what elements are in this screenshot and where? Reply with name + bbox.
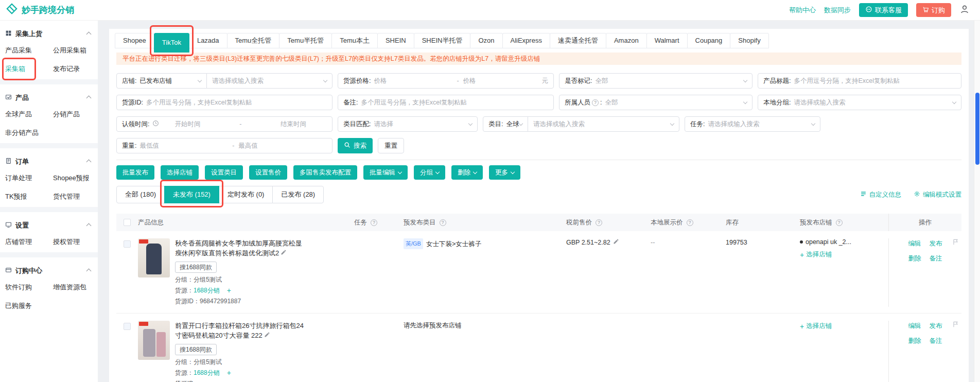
sidebar-section-collect[interactable]: 采集上货 xyxy=(0,27,98,41)
weight-max-input[interactable] xyxy=(238,142,327,149)
product-image[interactable] xyxy=(138,238,170,277)
weight-range[interactable]: 重量: - xyxy=(116,138,332,153)
group-button[interactable]: 分组 xyxy=(414,165,445,180)
publish-link[interactable]: 发布 xyxy=(930,239,942,248)
sidebar-item-product-collect[interactable]: 产品采集 xyxy=(5,41,53,60)
sidebar-item-freight-management[interactable]: 货代管理 xyxy=(53,187,98,206)
tab-temu-semi[interactable]: Temu半托管 xyxy=(279,33,332,48)
tab-shopify[interactable]: Shopify xyxy=(730,33,768,48)
local-group-select[interactable]: 本地分组: 请选择或输入搜索 xyxy=(758,95,961,110)
select-all-checkbox[interactable] xyxy=(124,219,131,226)
flag-icon[interactable] xyxy=(952,238,959,247)
delete-link[interactable]: 删除 xyxy=(908,254,921,263)
sidebar-section-settings[interactable]: 设置 xyxy=(0,218,98,233)
source-price-max-input[interactable] xyxy=(463,77,542,84)
sidebar-item-global-products[interactable]: 全球产品 xyxy=(5,105,53,124)
tab-ozon[interactable]: Ozon xyxy=(470,33,502,48)
question-icon[interactable]: ? xyxy=(836,219,843,226)
sidebar-item-collect-box[interactable]: 采集箱 xyxy=(5,60,53,78)
tab-walmart[interactable]: Walmart xyxy=(646,33,688,48)
sidebar-item-value-added-pack[interactable]: 增值资源包 xyxy=(53,278,98,297)
tab-smt-full[interactable]: 速卖通全托管 xyxy=(550,33,606,48)
tab-coupang[interactable]: Coupang xyxy=(687,33,731,48)
product-image[interactable] xyxy=(138,321,170,360)
set-price-button[interactable]: 设置售价 xyxy=(249,165,287,180)
question-icon[interactable]: ? xyxy=(596,219,602,226)
multi-country-config-button[interactable]: 多国售卖发布配置 xyxy=(293,165,357,180)
sidebar-item-publish-record[interactable]: 发布记录 xyxy=(53,60,98,78)
publish-link[interactable]: 发布 xyxy=(930,322,942,331)
search-1688-same-button[interactable]: 搜1688同款 xyxy=(175,262,217,273)
select-store-link[interactable]: +选择店铺 xyxy=(800,250,888,259)
edit-link[interactable]: 编辑 xyxy=(908,322,921,331)
edit-mode-settings-link[interactable]: 编辑模式设置 xyxy=(914,190,961,199)
flag-icon[interactable] xyxy=(952,321,959,329)
scrollbar[interactable] xyxy=(974,21,980,382)
tab-lazada[interactable]: Lazada xyxy=(189,33,227,48)
source-price-min-input[interactable] xyxy=(374,77,452,84)
select-store-link[interactable]: +选择店铺 xyxy=(800,322,888,331)
batch-edit-button[interactable]: 批量编辑 xyxy=(363,165,408,180)
sidebar-section-purchase-center[interactable]: 订购中心 xyxy=(0,264,98,278)
more-button[interactable]: 更多 xyxy=(489,165,520,180)
tab-aliexpress[interactable]: AliExpress xyxy=(502,33,550,48)
question-icon[interactable]: ? xyxy=(592,99,599,106)
reset-button[interactable]: 重置 xyxy=(378,138,404,153)
source-id-filter[interactable]: 货源ID: xyxy=(116,95,332,110)
mark-select[interactable]: 是否标记: 全部 xyxy=(559,73,752,89)
delete-button[interactable]: 删除 xyxy=(451,165,483,180)
batch-publish-button[interactable]: 批量发布 xyxy=(116,165,154,180)
status-tab-unpublished[interactable]: 未发布 (152) xyxy=(164,186,219,203)
sidebar-item-purchased-services[interactable]: 已购服务 xyxy=(5,297,53,315)
sidebar-item-authorization-management[interactable]: 授权管理 xyxy=(53,233,98,251)
edit-title-icon[interactable] xyxy=(281,249,287,257)
source-price-range[interactable]: 货源价格: - 元 xyxy=(338,73,554,89)
status-tab-published[interactable]: 已发布 (28) xyxy=(272,186,324,203)
tab-tiktok[interactable]: TikTok xyxy=(154,33,189,53)
choose-store-button[interactable]: 选择店铺 xyxy=(161,165,199,180)
user-avatar-icon[interactable] xyxy=(959,4,970,16)
contact-support-button[interactable]: 联系客服 xyxy=(859,3,908,17)
claim-time-range[interactable]: 认领时间: 开始时间 - 结束时间 xyxy=(116,116,332,132)
tab-shopee[interactable]: Shopee xyxy=(115,33,154,48)
category-match-select[interactable]: 类目匹配: 请选择 xyxy=(338,116,478,132)
tab-shein-semi[interactable]: SHEIN半托管 xyxy=(414,33,471,48)
sidebar-section-product[interactable]: 产品 xyxy=(0,91,98,105)
plus-icon[interactable]: + xyxy=(227,285,231,296)
status-tab-all[interactable]: 全部 (180) xyxy=(116,186,165,203)
product-title-filter[interactable]: 产品标题: xyxy=(758,73,961,89)
source-link[interactable]: 1688分销 xyxy=(194,285,220,296)
task-select[interactable]: 任务: 请选择或输入搜索 xyxy=(685,116,820,132)
remark-input[interactable] xyxy=(361,99,548,106)
source-link[interactable]: 1688分销 xyxy=(194,368,220,378)
question-icon[interactable]: ? xyxy=(440,219,446,226)
search-1688-same-button[interactable]: 搜1688同款 xyxy=(175,344,217,355)
custom-info-link[interactable]: 自定义信息 xyxy=(860,190,902,199)
order-button[interactable]: 订购 xyxy=(916,3,951,17)
tab-shein[interactable]: SHEIN xyxy=(377,33,414,48)
tab-amazon[interactable]: Amazon xyxy=(606,33,647,48)
shop-select[interactable]: 店铺: 已发布店铺 xyxy=(116,73,207,89)
sidebar-item-distribution-products[interactable]: 分销产品 xyxy=(53,105,98,124)
sidebar-item-public-collect-box[interactable]: 公用采集箱 xyxy=(53,41,98,60)
edit-link[interactable]: 编辑 xyxy=(908,239,921,248)
remark-filter[interactable]: 备注: xyxy=(338,95,554,110)
sidebar-item-non-distribution-products[interactable]: 非分销产品 xyxy=(5,124,53,142)
row-checkbox[interactable] xyxy=(124,240,131,248)
question-icon[interactable]: ? xyxy=(687,219,693,226)
source-id-input[interactable] xyxy=(146,99,327,106)
plus-icon[interactable]: + xyxy=(227,368,231,378)
tab-temu-full[interactable]: Temu全托管 xyxy=(227,33,280,48)
weight-min-input[interactable] xyxy=(139,142,228,149)
scrollbar-thumb[interactable] xyxy=(975,93,979,165)
row-checkbox[interactable] xyxy=(124,323,131,330)
edit-price-icon[interactable] xyxy=(613,238,619,246)
owner-select[interactable]: 所属人员 ? : 全部 xyxy=(559,95,752,110)
sidebar-section-orders[interactable]: 订单 xyxy=(0,154,98,169)
help-center-link[interactable]: 帮助中心 xyxy=(789,6,816,15)
sidebar-item-software-purchase[interactable]: 软件订购 xyxy=(5,278,53,297)
status-tab-scheduled[interactable]: 定时发布 (0) xyxy=(219,186,273,203)
sidebar-item-store-management[interactable]: 店铺管理 xyxy=(5,233,53,251)
data-sync-link[interactable]: 数据同步 xyxy=(824,6,851,15)
sidebar-item-tk-forecast[interactable]: TK预报 xyxy=(5,187,53,206)
